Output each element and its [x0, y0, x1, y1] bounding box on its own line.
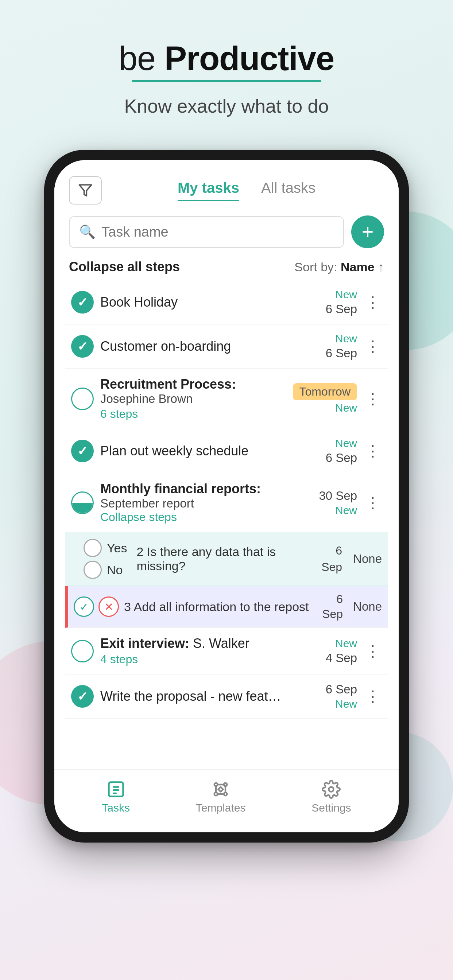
settings-nav-label: Settings — [311, 802, 351, 814]
task-tag: New — [335, 288, 357, 301]
task-title-bold: Exit interview: — [100, 636, 189, 651]
task-tag: New — [335, 637, 357, 650]
task-date: 6 Sep — [326, 346, 357, 360]
task-content: Recruitment Process: Josephine Brown 6 s… — [100, 377, 286, 421]
task-subtitle: Josephine Brown — [100, 392, 286, 406]
task-menu-button[interactable]: ⋮ — [364, 443, 382, 459]
sort-bar: Collapse all steps Sort by: Name ↑ — [54, 252, 399, 280]
task-checkbox[interactable] — [71, 640, 94, 662]
task-row: Exit interview: S. Walker 4 steps New 4 … — [65, 628, 388, 675]
task-row: ✓ Book Holiday New 6 Sep ⋮ — [65, 280, 388, 325]
bottom-nav: Tasks Templates — [54, 769, 399, 832]
tab-all-tasks[interactable]: All tasks — [261, 180, 316, 201]
check-icon: ✓ — [77, 689, 88, 704]
task-checkbox[interactable] — [71, 492, 94, 514]
phone-frame: My tasks All tasks 🔍 + Collapse all step… — [44, 150, 409, 843]
collapse-all-button[interactable]: Collapse all steps — [69, 259, 180, 275]
nav-settings[interactable]: Settings — [311, 780, 351, 814]
task-menu-button[interactable]: ⋮ — [364, 689, 382, 704]
task-content: Book Holiday — [100, 294, 319, 310]
task-row: ✓ Plan out weekly schedule New 6 Sep ⋮ — [65, 429, 388, 473]
radio-no[interactable] — [83, 561, 102, 579]
svg-point-13 — [329, 787, 334, 792]
task-title: Monthly financial reports: — [100, 481, 261, 496]
filter-icon — [78, 183, 93, 197]
task-title-bold: Monthly financial reports: — [100, 481, 261, 496]
task-tag: New — [335, 332, 357, 345]
task-row: ✓ Customer on-boarding New 6 Sep ⋮ — [65, 325, 388, 369]
task-title: Customer on-boarding — [100, 339, 231, 354]
step-error-row: ✓ ✕ 3 Add all information to the repost … — [65, 586, 388, 628]
check-circle-icon[interactable]: ✓ — [74, 597, 94, 617]
phone-screen: My tasks All tasks 🔍 + Collapse all step… — [54, 160, 399, 832]
add-task-button[interactable]: + — [351, 215, 384, 248]
task-meta: Tomorrow New — [293, 383, 357, 414]
search-icon: 🔍 — [79, 224, 96, 240]
templates-nav-label: Templates — [196, 802, 246, 814]
app-title: be Productive — [119, 40, 334, 82]
task-checkbox[interactable]: ✓ — [71, 291, 94, 313]
radio-yes[interactable] — [83, 539, 102, 557]
task-steps-link[interactable]: 4 steps — [100, 652, 319, 666]
task-subtitle: September report — [100, 496, 312, 511]
task-tag: New — [335, 437, 357, 450]
title-underline — [132, 80, 321, 82]
task-checkbox[interactable]: ✓ — [71, 440, 94, 462]
check-icon: ✓ — [77, 339, 88, 354]
header: be Productive Know exactly what to do — [119, 40, 334, 117]
task-meta: New 6 Sep — [326, 288, 357, 316]
check-icon: ✓ — [77, 295, 88, 310]
task-content: Customer on-boarding — [100, 339, 319, 354]
step-icon-group: ✓ ✕ — [74, 597, 119, 617]
step-date: 6 — [336, 592, 343, 606]
step-date-sep: Sep — [322, 608, 343, 621]
task-checkbox[interactable] — [71, 388, 94, 410]
step-none-label: None — [353, 600, 382, 614]
step-none-label: None — [353, 552, 382, 566]
nav-templates[interactable]: Templates — [196, 780, 246, 814]
filter-button[interactable] — [69, 176, 102, 205]
collapse-steps-button[interactable]: Collapse steps — [100, 511, 312, 524]
search-input[interactable] — [101, 224, 334, 240]
check-icon: ✓ — [77, 444, 88, 458]
task-content: Write the proposal - new feat… — [100, 689, 319, 704]
step-date-sep: Sep — [321, 560, 342, 574]
task-list: ✓ Book Holiday New 6 Sep ⋮ ✓ — [54, 280, 399, 744]
search-box: 🔍 — [69, 216, 344, 248]
sort-label: Sort by: Name ↑ — [294, 260, 384, 274]
task-content: Exit interview: S. Walker 4 steps — [100, 636, 319, 666]
task-date: 6 Sep — [326, 682, 357, 696]
task-checkbox[interactable]: ✓ — [71, 335, 94, 358]
task-menu-button[interactable]: ⋮ — [364, 495, 382, 511]
task-menu-button[interactable]: ⋮ — [364, 294, 382, 310]
step-subrow: Yes No 2 Is there any data that is missi… — [65, 532, 388, 586]
task-menu-button[interactable]: ⋮ — [364, 391, 382, 407]
templates-nav-icon — [211, 780, 230, 799]
tab-my-tasks[interactable]: My tasks — [178, 180, 239, 201]
tab-group: My tasks All tasks — [109, 180, 384, 201]
task-date: 30 Sep — [319, 489, 357, 503]
tasks-nav-label: Tasks — [102, 802, 130, 814]
title-plain: be — [119, 40, 164, 77]
task-menu-button[interactable]: ⋮ — [364, 339, 382, 354]
task-steps-link[interactable]: 6 steps — [100, 407, 286, 421]
task-meta: 6 Sep New — [326, 682, 357, 710]
task-content: Plan out weekly schedule — [100, 443, 319, 459]
task-date: 6 Sep — [326, 451, 357, 465]
yes-label: Yes — [107, 541, 127, 555]
nav-tasks[interactable]: Tasks — [102, 780, 130, 814]
x-circle-icon[interactable]: ✕ — [99, 597, 119, 617]
task-date: 6 Sep — [326, 302, 357, 316]
task-meta: 30 Sep New — [319, 489, 357, 517]
sort-value[interactable]: Name — [341, 260, 375, 274]
task-title: Recruitment Process: — [100, 377, 236, 391]
task-menu-button[interactable]: ⋮ — [364, 643, 382, 659]
task-checkbox[interactable]: ✓ — [71, 685, 94, 708]
task-row: Monthly financial reports: September rep… — [65, 473, 388, 532]
title-bold: Productive — [164, 40, 334, 77]
tasks-nav-icon — [107, 780, 126, 799]
task-tag: New — [335, 402, 357, 414]
task-date: 4 Sep — [326, 651, 357, 665]
search-area: 🔍 + — [54, 205, 399, 252]
task-content: Monthly financial reports: September rep… — [100, 481, 312, 524]
